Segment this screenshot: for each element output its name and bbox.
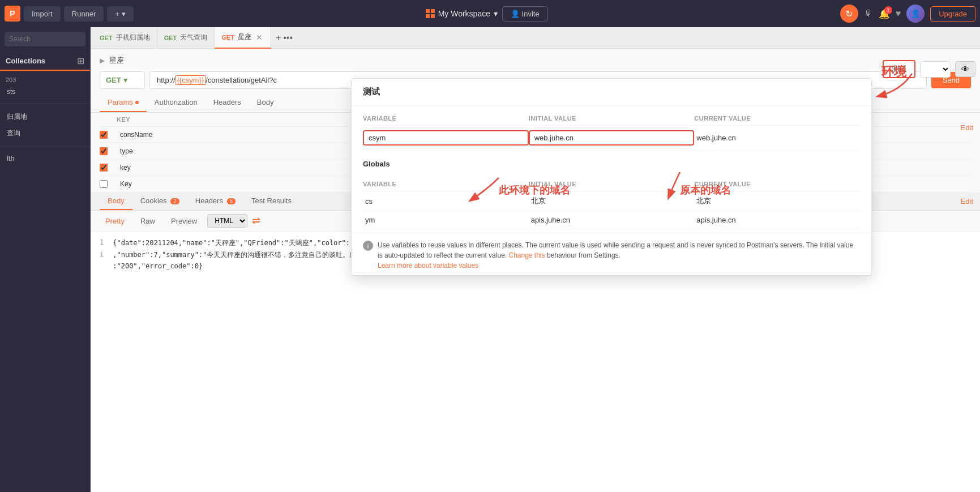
req-tab-params[interactable]: Params <box>100 93 147 112</box>
row-checkbox-2[interactable] <box>100 147 108 155</box>
sidebar-divider2 <box>0 146 90 147</box>
main-layout: Collections ⊞ 203 sts 归属地 查询 Ith <box>0 27 980 492</box>
workspace-center: My Workspace ▾ 👤 Invite <box>137 6 837 22</box>
edit-link-top[interactable]: Edit <box>961 123 973 132</box>
sidebar-items: 203 sts 归属地 查询 Ith <box>0 75 90 166</box>
info-icon: i <box>363 241 373 251</box>
req-tab-headers[interactable]: Headers <box>206 93 249 112</box>
sidebar-divider <box>0 104 90 104</box>
sidebar-item-chaxun[interactable]: 查询 <box>0 125 90 142</box>
new-tab-button[interactable]: + ▾ <box>107 6 133 22</box>
popup-title: 测试 <box>352 79 871 106</box>
popup-current-ym: apis.juhe.cn <box>694 216 860 224</box>
sync-icon[interactable]: ↻ <box>840 5 858 23</box>
learn-more-link[interactable]: Learn more about variable values <box>378 262 478 269</box>
notification-icon[interactable]: 🔔 3 <box>879 8 890 19</box>
row-checkbox-1[interactable] <box>100 131 108 139</box>
row-checkbox-3[interactable] <box>100 164 108 172</box>
request-title-row: ▶ 星座 <box>100 55 971 66</box>
popup-info-text: Use variables to reuse values in differe… <box>378 240 860 271</box>
tab-tianqi[interactable]: GET 天气查询 <box>157 27 215 49</box>
popup-current-csym: web.juhe.cn <box>694 134 860 142</box>
tab-xingzuo[interactable]: GET 星座 ✕ <box>215 27 271 49</box>
workspace-chevron: ▾ <box>494 9 498 18</box>
edit-link-bottom[interactable]: Edit <box>961 197 973 206</box>
popup-var-cs: cs <box>363 197 529 206</box>
sidebar-search-input[interactable] <box>5 32 85 46</box>
line-number-1: 1 <box>100 238 104 248</box>
popup-current-cs: 北京 <box>694 196 860 206</box>
method-select[interactable]: GET ▾ <box>100 71 145 89</box>
env-dropdown[interactable] <box>920 61 951 78</box>
add-collection-button[interactable]: ⊞ <box>77 55 84 66</box>
tabs-bar: GET 手机归属地 GET 天气查询 GET 星座 ✕ + ••• <box>91 27 980 49</box>
sidebar-item-sts[interactable]: sts <box>0 84 90 99</box>
raw-button[interactable]: Raw <box>135 215 161 228</box>
popup-col-headers-2: VARIABLE INITIAL VALUE CURRENT VALUE <box>363 177 860 191</box>
response-tab-body[interactable]: Body <box>100 192 132 210</box>
user-avatar[interactable]: 👤 <box>906 5 925 23</box>
popup-section-globals: VARIABLE INITIAL VALUE CURRENT VALUE cs … <box>352 172 871 233</box>
sidebar-item-ith[interactable]: Ith <box>0 151 90 166</box>
microphone-icon[interactable]: 🎙 <box>864 8 873 19</box>
popup-row-cs: cs 北京 北京 <box>363 191 860 211</box>
workspace-icon <box>426 9 435 18</box>
popup-row-csym: csym web.juhe.cn web.juhe.cn <box>363 126 860 151</box>
edit-link-area: Edit <box>961 123 973 132</box>
tab-close-button[interactable]: ✕ <box>255 33 264 42</box>
import-button[interactable]: Import <box>24 6 61 22</box>
preview-button[interactable]: Preview <box>165 215 203 228</box>
method-chevron: ▾ <box>123 76 127 84</box>
response-tab-cookies[interactable]: Cookies 2 <box>132 192 187 210</box>
request-name: 星座 <box>109 55 124 66</box>
environment-popup: 测试 VARIABLE INITIAL VALUE CURRENT VALUE … <box>351 78 872 276</box>
top-right-env-area: 测试 👁 <box>883 60 975 78</box>
navbar: P Import Runner + ▾ My Workspace ▾ 👤 Inv… <box>0 0 980 27</box>
edit-link-bottom-area: Edit <box>961 197 973 206</box>
method-label: GET <box>100 35 113 41</box>
popup-initial-cs: 北京 <box>529 196 695 206</box>
change-link[interactable]: Change this <box>508 251 545 259</box>
cookies-badge: 2 <box>170 198 179 204</box>
notification-badge: 3 <box>884 6 892 14</box>
workspace-button[interactable]: My Workspace ▾ <box>426 9 498 18</box>
tab-guishudi[interactable]: GET 手机归属地 <box>93 27 157 49</box>
wrap-button[interactable]: ⇌ <box>252 215 260 227</box>
tab-label: 天气查询 <box>180 33 207 42</box>
tabs-actions: + ••• <box>271 33 297 43</box>
add-tab-button[interactable]: + <box>276 33 281 43</box>
req-tab-authorization[interactable]: Authorization <box>147 93 206 112</box>
params-dot <box>135 101 139 104</box>
csym-variable: {{csym}} <box>176 75 206 85</box>
popup-var-ym: ym <box>363 216 529 224</box>
collections-count: 203 <box>0 75 90 84</box>
response-tab-headers[interactable]: Headers 5 <box>187 192 243 210</box>
breadcrumb-arrow: ▶ <box>100 57 105 65</box>
upgrade-button[interactable]: Upgrade <box>930 6 975 22</box>
runner-button[interactable]: Runner <box>64 6 104 22</box>
sidebar-item-guishudi[interactable]: 归属地 <box>0 109 90 125</box>
format-type-select[interactable]: HTML <box>207 214 247 228</box>
pretty-button[interactable]: Pretty <box>100 215 130 228</box>
headers-badge: 5 <box>227 198 236 204</box>
popup-info-row: i Use variables to reuse values in diffe… <box>352 233 871 275</box>
invite-button[interactable]: 👤 Invite <box>502 6 548 22</box>
tab-label: 星座 <box>238 32 251 42</box>
tab-label: 手机归属地 <box>116 33 150 42</box>
heart-icon[interactable]: ♥ <box>896 8 901 19</box>
navbar-right: ↻ 🎙 🔔 3 ♥ 👤 Upgrade <box>840 5 975 23</box>
eye-button[interactable]: 👁 <box>955 61 975 77</box>
line-number-i: i <box>100 250 104 260</box>
popup-initial-csym[interactable]: web.juhe.cn <box>529 130 695 146</box>
collections-section: Collections ⊞ <box>0 51 90 69</box>
popup-col-headers-1: VARIABLE INITIAL VALUE CURRENT VALUE <box>363 112 860 126</box>
response-tab-tests[interactable]: Test Results <box>243 192 299 210</box>
req-tab-body[interactable]: Body <box>249 93 282 112</box>
popup-globals-title: Globals <box>352 154 871 172</box>
row-checkbox-empty[interactable] <box>100 180 108 188</box>
popup-var-csym[interactable]: csym <box>363 130 529 146</box>
more-tabs-button[interactable]: ••• <box>283 33 293 43</box>
method-label: GET <box>164 35 177 41</box>
env-select-button[interactable]: 测试 <box>883 60 915 78</box>
method-label: GET <box>221 34 234 41</box>
